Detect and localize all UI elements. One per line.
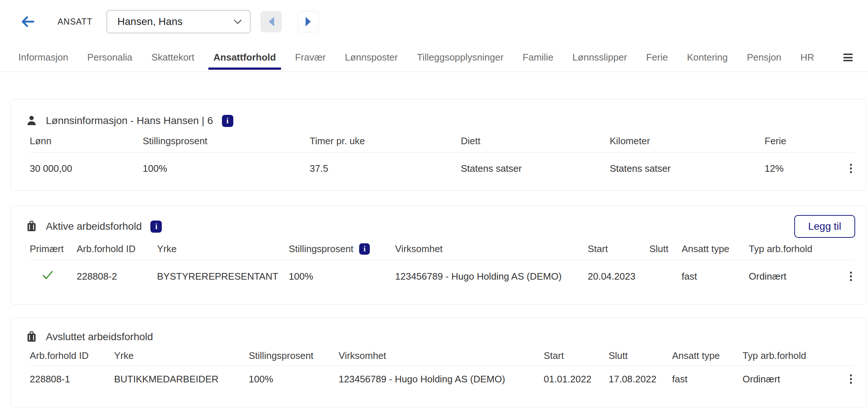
cell-yrke: BUTIKKMEDARBEIDER — [114, 374, 249, 385]
column-header: Kilometer — [610, 135, 765, 147]
column-header: Yrke — [114, 350, 249, 361]
column-header: Arb.forhold ID — [30, 350, 114, 361]
triangle-left-icon — [268, 17, 274, 27]
column-header: Typ arb.forhold — [743, 350, 829, 361]
briefcase-icon — [25, 220, 38, 233]
tab-pensjon[interactable]: Pensjon — [747, 43, 781, 72]
column-header: Virksomhet — [395, 243, 588, 255]
tab-skattekort[interactable]: Skattekort — [152, 43, 194, 72]
cell-ansatt-type: fast — [672, 374, 743, 385]
column-header: Arb.forhold ID — [77, 243, 157, 255]
tab-lonnsposter[interactable]: Lønnsposter — [345, 43, 398, 72]
cell-kilometer: Statens satser — [610, 163, 765, 174]
column-header: Stillingsprosent — [143, 135, 310, 147]
cell-slutt: 17.08.2022 — [609, 374, 672, 385]
ended-employments-table-header: Arb.forhold ID Yrke Stillingsprosent Vir… — [30, 346, 854, 365]
column-header: Ansatt type — [682, 243, 749, 255]
cell-ferie: 12% — [765, 163, 829, 174]
tab-ansattforhold[interactable]: Ansattforhold — [214, 43, 276, 72]
back-button[interactable] — [20, 14, 37, 29]
cell-stillingsprosent: 100% — [143, 163, 310, 174]
cell-lonn: 30 000,00 — [30, 163, 143, 174]
cell-virksomhet: 123456789 - Hugo Holding AS (DEMO) — [395, 271, 588, 282]
column-header: Slutt — [609, 350, 672, 361]
cell-start: 01.01.2022 — [544, 374, 609, 385]
column-header: Typ arb.forhold — [749, 243, 829, 255]
tab-personalia[interactable]: Personalia — [87, 43, 132, 72]
cell-typ-arbforhold: Ordinært — [749, 271, 829, 282]
salary-info-icon[interactable]: i — [222, 115, 233, 127]
triangle-right-icon — [305, 17, 311, 27]
salary-info-table-header: Lønn Stillingsprosent Timer pr. uke Diet… — [30, 130, 854, 152]
cell-stillingsprosent: 100% — [249, 374, 339, 385]
cell-typ-arbforhold: Ordinært — [743, 374, 829, 385]
column-header: Stillingsprosent i — [289, 243, 395, 255]
person-icon — [25, 114, 38, 127]
row-actions-kebab-icon[interactable] — [848, 372, 854, 386]
tab-familie[interactable]: Familie — [523, 43, 554, 72]
active-employments-card-header: Aktive arbeidsforhold i Legg til — [11, 206, 866, 238]
cell-stillingsprosent: 100% — [289, 271, 395, 282]
employee-select-value: Hansen, Hans — [117, 16, 182, 28]
cell-diett: Statens satser — [461, 163, 610, 174]
active-employments-info-icon[interactable]: i — [150, 221, 162, 233]
column-header: Virksomhet — [339, 350, 544, 361]
column-header: Lønn — [30, 135, 143, 147]
employee-select[interactable]: Hansen, Hans — [106, 10, 251, 33]
chevron-down-icon — [234, 19, 242, 24]
column-header: Start — [588, 243, 649, 255]
more-tabs-menu-icon[interactable] — [841, 51, 855, 63]
section-label: ANSATT — [58, 17, 92, 27]
column-header: Ansatt type — [672, 350, 743, 361]
add-employment-button[interactable]: Legg til — [794, 215, 855, 238]
column-header: Start — [544, 350, 609, 361]
tab-informasjon[interactable]: Informasjon — [18, 43, 68, 72]
primary-check-icon — [30, 270, 77, 283]
cell-ansatt-type: fast — [682, 271, 749, 282]
ended-employments-card-title: Avsluttet arbeidsforhold — [46, 331, 153, 343]
active-employments-card: Aktive arbeidsforhold i Legg til Primært… — [10, 205, 867, 305]
column-header: Slutt — [649, 243, 682, 255]
column-header: Ferie — [765, 135, 829, 147]
column-header: Primært — [30, 243, 77, 255]
tab-hr[interactable]: HR — [800, 43, 814, 72]
cell-arbforhold-id: 228808-2 — [77, 271, 157, 282]
column-header: Stillingsprosent — [249, 350, 339, 361]
ended-employments-card: Avsluttet arbeidsforhold Arb.forhold ID … — [10, 317, 867, 407]
ended-employments-card-header: Avsluttet arbeidsforhold — [11, 318, 866, 346]
salary-info-table: Lønn Stillingsprosent Timer pr. uke Diet… — [30, 130, 854, 184]
column-header: Timer pr. uke — [310, 135, 461, 147]
row-actions-kebab-icon[interactable] — [848, 270, 854, 283]
cell-start: 20.04.2023 — [588, 271, 649, 282]
cell-arbforhold-id: 228808-1 — [30, 374, 114, 385]
active-employments-card-title: Aktive arbeidsforhold — [46, 221, 142, 232]
cell-yrke: BYSTYREREPRESENTANT — [157, 271, 289, 282]
cell-virksomhet: 123456789 - Hugo Holding AS (DEMO) — [339, 374, 544, 385]
briefcase-icon — [25, 330, 38, 343]
active-employments-table-header: Primært Arb.forhold ID Yrke Stillingspro… — [30, 238, 854, 259]
cell-timer-pr-uke: 37.5 — [310, 163, 461, 174]
arrow-left-icon — [20, 15, 35, 28]
tab-ferie[interactable]: Ferie — [646, 43, 668, 72]
tab-bar: Informasjon Personalia Skattekort Ansatt… — [0, 43, 868, 72]
tab-lonnsslipper[interactable]: Lønnsslipper — [572, 43, 627, 72]
next-employee-button[interactable] — [298, 11, 319, 32]
prev-employee-button[interactable] — [260, 11, 282, 32]
active-employments-table: Primært Arb.forhold ID Yrke Stillingspro… — [30, 238, 854, 293]
ended-employments-table: Arb.forhold ID Yrke Stillingsprosent Vir… — [30, 346, 854, 392]
ended-employment-row: 228808-1 BUTIKKMEDARBEIDER 100% 12345678… — [30, 366, 854, 392]
tab-fravaer[interactable]: Fravær — [295, 43, 326, 72]
stillingsprosent-info-icon[interactable]: i — [359, 243, 370, 255]
top-bar: ANSATT Hansen, Hans — [0, 0, 868, 43]
row-actions-kebab-icon[interactable] — [848, 162, 854, 175]
tab-kontering[interactable]: Kontering — [687, 43, 727, 72]
salary-info-card: Lønnsinformasjon - Hans Hansen | 6 i Løn… — [10, 99, 867, 191]
salary-info-row: 30 000,00 100% 37.5 Statens satser State… — [30, 153, 854, 184]
column-header: Yrke — [157, 243, 289, 255]
column-header: Diett — [461, 135, 610, 147]
active-employment-row: 228808-2 BYSTYREREPRESENTANT 100% 123456… — [30, 260, 854, 293]
salary-info-card-title: Lønnsinformasjon - Hans Hansen | 6 — [46, 115, 213, 127]
salary-info-card-header: Lønnsinformasjon - Hans Hansen | 6 i — [11, 99, 866, 130]
tab-tilleggsopplysninger[interactable]: Tilleggsopplysninger — [417, 43, 504, 72]
